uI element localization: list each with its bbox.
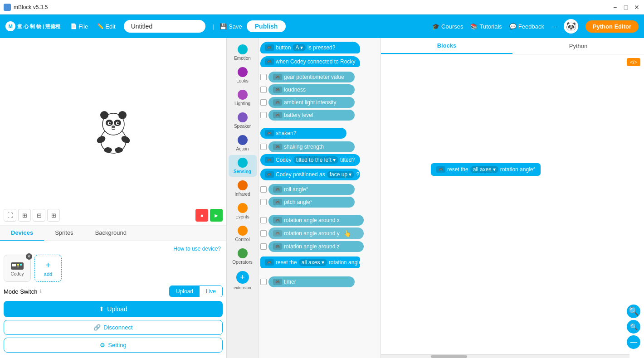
zoom-in-button[interactable]: 🔍	[627, 305, 640, 318]
info-icon[interactable]: ℹ	[40, 289, 42, 295]
canvas-axes-dropdown[interactable]: all axes ▾	[470, 166, 498, 173]
rot-z-checkbox[interactable]	[260, 243, 267, 250]
pitch-checkbox[interactable]	[260, 199, 267, 205]
block-btn-pressed[interactable]: 🎮 button A ▾ is pressed?	[260, 42, 360, 53]
timer-checkbox[interactable]	[260, 279, 267, 285]
cat-lighting[interactable]: Lighting	[229, 87, 257, 109]
right-panel: Emotion Looks Lighting Speaker Action Se…	[227, 38, 644, 358]
cat-sensing[interactable]: Sensing	[229, 155, 257, 177]
cat-looks[interactable]: Looks	[229, 64, 257, 86]
reset-axes-dropdown[interactable]: all axes ▾	[299, 259, 327, 266]
main-layout: ⛶ ⊞ ⊟ ⊞ ■ ▶ Devices Sprites Background H…	[0, 38, 644, 358]
block-roll[interactable]: 🎮 roll angle°	[268, 184, 355, 195]
codey-device-card[interactable]: ✕ Codey	[4, 255, 31, 282]
block-battery[interactable]: 🎮 battery level	[268, 110, 355, 121]
svg-rect-16	[12, 264, 16, 266]
more-menu[interactable]: ···	[551, 23, 556, 30]
maximize-button[interactable]: □	[622, 4, 629, 11]
courses-link[interactable]: 🎓 Courses	[432, 23, 463, 30]
cat-speaker[interactable]: Speaker	[229, 110, 257, 131]
block-gear-row: 🎮 gear potentiometer value	[260, 72, 379, 82]
gear-checkbox[interactable]	[260, 74, 267, 80]
battery-checkbox[interactable]	[260, 112, 267, 118]
block-gear-pot[interactable]: 🎮 gear potentiometer value	[268, 72, 355, 82]
tab-python[interactable]: Python	[512, 38, 644, 54]
save-button[interactable]: 💾 Save	[220, 23, 242, 30]
minimize-button[interactable]: −	[611, 4, 619, 11]
cat-action[interactable]: Action	[229, 132, 257, 154]
btn-a-dropdown[interactable]: A ▾	[293, 44, 306, 51]
add-extension-button[interactable]: +	[236, 271, 249, 284]
position-dropdown[interactable]: face up ▾	[327, 171, 355, 178]
tab-background[interactable]: Background	[84, 226, 137, 241]
zoom-reset-button[interactable]: —	[627, 335, 640, 349]
grid-view-button[interactable]: ⊞	[18, 209, 31, 222]
block-icon-7: 🎮	[265, 130, 274, 136]
how-to-use-link[interactable]: How to use device?	[4, 245, 223, 253]
cat-control[interactable]: Control	[229, 223, 257, 245]
upload-button[interactable]: ⬆ Upload	[4, 301, 223, 317]
publish-button[interactable]: Publish	[246, 19, 287, 33]
tutorials-link[interactable]: 📚 Tutorials	[470, 23, 502, 30]
live-mode-button[interactable]: Live	[200, 286, 222, 297]
block-timer[interactable]: 🎮 timer	[268, 276, 355, 287]
upload-mode-button[interactable]: Upload	[170, 286, 200, 297]
sprite-tabs: Devices Sprites Background	[0, 226, 226, 241]
operators-dot	[238, 248, 248, 258]
block-rot-x[interactable]: 🎮 rotation angle around x	[268, 215, 364, 226]
python-editor-button[interactable]: Python Editor	[585, 20, 639, 33]
block-reset-row: 🎮 reset the all axes ▾ rotation angle°	[260, 255, 379, 268]
block-positioned[interactable]: 🎮 Codey positioned as face up ▾ ?	[260, 169, 360, 180]
stop-button[interactable]: ■	[195, 209, 208, 222]
run-button[interactable]: ▶	[210, 209, 223, 222]
block-pitch[interactable]: 🎮 pitch angle°	[268, 197, 355, 208]
tilt-dropdown[interactable]: tilted to the left ▾	[293, 156, 338, 164]
cat-events-label: Events	[235, 214, 249, 219]
category-sidebar: Emotion Looks Lighting Speaker Action Se…	[227, 38, 259, 358]
feedback-link[interactable]: 💬 Feedback	[509, 23, 544, 30]
fullscreen-button[interactable]: ⛶	[4, 209, 16, 222]
logo-text: 童 心 制 物 | 慧偏程	[17, 23, 60, 30]
disconnect-button[interactable]: 🔗 Disconnect	[4, 320, 223, 335]
block-loudness[interactable]: 🎮 loudness	[268, 84, 355, 95]
cat-emotion[interactable]: Emotion	[229, 42, 257, 63]
add-device-card[interactable]: + add	[34, 255, 62, 282]
user-avatar[interactable]: 🐼	[564, 19, 578, 34]
shaking-checkbox[interactable]	[260, 144, 267, 150]
tab-devices[interactable]: Devices	[0, 226, 44, 241]
block-icon-3: 🎮	[273, 74, 282, 80]
block-rot-z[interactable]: 🎮 rotation angle around z	[268, 241, 364, 252]
rot-x-checkbox[interactable]	[260, 217, 267, 223]
list-view-button[interactable]: ⊟	[33, 209, 45, 222]
svg-point-13	[104, 147, 112, 153]
edit-menu[interactable]: ✏️ Edit	[94, 21, 118, 32]
project-title-input[interactable]	[124, 20, 205, 33]
tab-sprites[interactable]: Sprites	[44, 226, 84, 241]
cat-events[interactable]: Events	[229, 200, 257, 222]
cat-looks-label: Looks	[236, 78, 249, 83]
block-tilted[interactable]: 🎮 Codey tilted to the left ▾ tilted?	[260, 154, 360, 166]
cat-operators[interactable]: Operators	[229, 246, 257, 267]
close-button[interactable]: ✕	[633, 4, 640, 11]
horizontal-scrollbar[interactable]	[381, 354, 629, 358]
cat-infrared[interactable]: Infrared	[229, 178, 257, 199]
block-ambient-light[interactable]: 🎮 ambient light intensity	[268, 97, 355, 108]
tile-view-button[interactable]: ⊞	[47, 209, 60, 222]
zoom-out-button[interactable]: 🔍	[627, 320, 640, 334]
block-codey-connected[interactable]: 🎮 when Codey connected to Rocky	[260, 56, 360, 67]
setting-button[interactable]: ⚙ Setting	[4, 338, 223, 353]
file-menu[interactable]: 📄 File	[68, 21, 91, 32]
block-reset-rot[interactable]: 🎮 reset the all axes ▾ rotation angle°	[260, 256, 360, 268]
tab-blocks[interactable]: Blocks	[381, 38, 512, 54]
block-shaking-strength[interactable]: 🎮 shaking strength	[268, 141, 355, 152]
block-loudness-row: 🎮 loudness	[260, 84, 379, 95]
close-device-icon[interactable]: ✕	[26, 253, 32, 260]
canvas-reset-block[interactable]: 🎮 reset the all axes ▾ rotation angle°	[431, 163, 541, 176]
block-shaken[interactable]: 🎮 shaken?	[260, 128, 346, 139]
loudness-checkbox[interactable]	[260, 87, 267, 93]
block-rot-y[interactable]: 🎮 rotation angle around y 👆	[268, 227, 364, 239]
ambient-checkbox[interactable]	[260, 99, 267, 106]
block-rot-z-row: 🎮 rotation angle around z	[260, 241, 379, 252]
roll-checkbox[interactable]	[260, 186, 267, 193]
rot-y-checkbox[interactable]	[260, 230, 267, 237]
